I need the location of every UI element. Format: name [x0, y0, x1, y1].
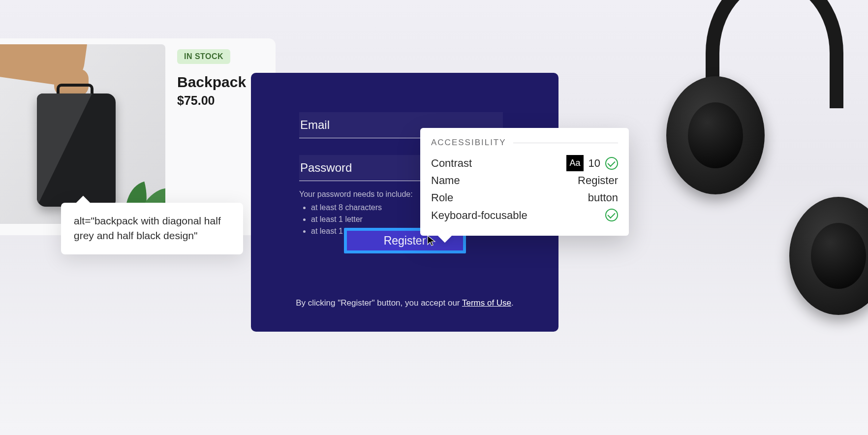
terms-text: By clicking "Register" button, you accep…	[251, 298, 558, 308]
a11y-row-contrast: Contrast Aa 10	[431, 155, 618, 172]
alt-text-tooltip: alt="backpack with diagonal half grey an…	[61, 203, 243, 254]
a11y-row-name: Name Register	[431, 172, 618, 189]
a11y-row-role: Role button	[431, 189, 618, 206]
a11y-value: button	[588, 189, 618, 206]
accessibility-popover: ACCESSIBILITY Contrast Aa 10 Name Regist…	[420, 128, 629, 236]
divider	[513, 143, 618, 143]
headphones-graphic	[651, 0, 868, 354]
stock-badge: IN STOCK	[177, 49, 230, 64]
backpack-handle	[57, 84, 93, 93]
backpack-graphic	[37, 93, 116, 207]
earcup-right	[789, 197, 868, 315]
terms-suffix: .	[511, 298, 514, 308]
accessibility-heading: ACCESSIBILITY	[431, 138, 506, 148]
contrast-chip-icon: Aa	[566, 155, 583, 171]
check-circle-icon	[605, 157, 618, 170]
product-info: IN STOCK Backpack $75.00	[177, 49, 246, 108]
earcup-left	[666, 76, 765, 194]
terms-prefix: By clicking "Register" button, you accep…	[296, 298, 462, 308]
check-circle-icon	[605, 209, 618, 221]
a11y-label: Keyboard-focusable	[431, 207, 527, 224]
product-price: $75.00	[177, 93, 246, 108]
product-title: Backpack	[177, 74, 246, 91]
a11y-label: Contrast	[431, 155, 472, 172]
terms-of-use-link[interactable]: Terms of Use	[462, 298, 511, 308]
a11y-row-focusable: Keyboard-focusable	[431, 207, 618, 224]
contrast-value: 10	[589, 155, 600, 172]
a11y-label: Name	[431, 172, 460, 189]
a11y-label: Role	[431, 189, 453, 206]
a11y-value: Register	[578, 172, 618, 189]
